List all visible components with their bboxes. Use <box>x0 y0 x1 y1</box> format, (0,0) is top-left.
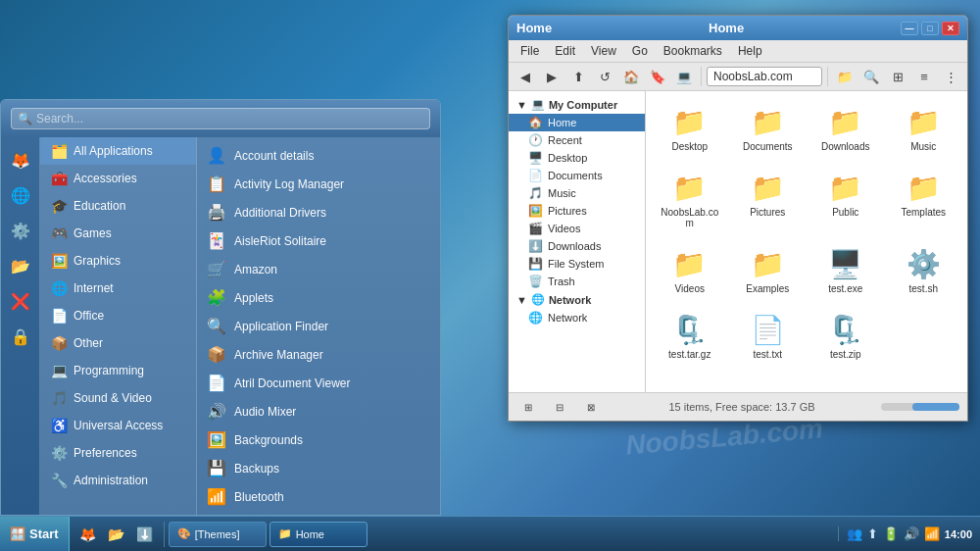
sidebar-icon-close[interactable]: ❌ <box>6 286 35 316</box>
tree-videos[interactable]: 🎬 Videos <box>509 220 645 237</box>
quick-files[interactable]: 📂 <box>104 522 129 547</box>
file-test-zip[interactable]: 🗜️ test.zip <box>811 309 880 365</box>
start-button[interactable]: 🪟 Start <box>0 517 70 551</box>
category-office[interactable]: 📄 Office <box>40 302 196 329</box>
file-test-exe[interactable]: 🖥️ test.exe <box>811 243 880 299</box>
new-folder-button[interactable]: 📁 <box>833 66 857 87</box>
tree-desktop[interactable]: 🖥️ Desktop <box>509 149 645 167</box>
tree-recent[interactable]: 🕐 Recent <box>509 131 645 149</box>
category-games[interactable]: 🎮 Games <box>40 220 196 247</box>
menu-help[interactable]: Help <box>731 42 769 60</box>
minimize-button[interactable]: — <box>901 22 918 35</box>
file-pictures[interactable]: 📁 Pictures <box>734 167 803 233</box>
taskbar-app-home[interactable]: 📁 Home <box>270 522 368 547</box>
tree-mycomputer[interactable]: ▼ 💻 My Computer <box>509 95 645 114</box>
zoom-slider[interactable] <box>881 403 959 411</box>
app-activity-log[interactable]: 📋 Activity Log Manager <box>197 170 440 198</box>
sidebar-icon-settings[interactable]: ⚙️ <box>6 216 35 245</box>
home-button[interactable]: 🏠 <box>619 66 643 87</box>
statusbar-btn2[interactable]: ⊟ <box>548 396 571 418</box>
app-aisleriot[interactable]: 🃏 AisleRiot Solitaire <box>197 226 440 255</box>
file-public[interactable]: 📁 Public <box>811 167 880 233</box>
category-graphics[interactable]: 🖼️ Graphics <box>40 247 196 275</box>
bookmark-button[interactable]: 🔖 <box>646 66 669 87</box>
up-button[interactable]: ⬆ <box>566 66 590 87</box>
category-accessories[interactable]: 🧰 Accessories <box>40 165 196 192</box>
file-test-sh[interactable]: ⚙️ test.sh <box>890 243 958 299</box>
menu-view[interactable]: View <box>584 42 623 60</box>
category-universal-access[interactable]: ♿ Universal Access <box>40 412 196 439</box>
tree-music[interactable]: 🎵 Music <box>509 184 645 202</box>
menu-go[interactable]: Go <box>625 42 655 60</box>
app-finder[interactable]: 🔍 Application Finder <box>197 312 440 340</box>
tree-pictures[interactable]: 🖼️ Pictures <box>509 202 645 220</box>
tray-network-icon[interactable]: 📶 <box>924 526 940 541</box>
taskbar-app-themes[interactable]: 🎨 [Themes] <box>169 522 267 547</box>
tray-speaker-icon[interactable]: 🔊 <box>904 526 919 541</box>
category-internet[interactable]: 🌐 Internet <box>40 275 196 302</box>
tree-home[interactable]: 🏠 Home <box>509 114 645 131</box>
menu-file[interactable]: File <box>514 42 546 60</box>
videos-folder-icon: 📁 <box>672 248 707 280</box>
forward-button[interactable]: ▶ <box>540 66 564 87</box>
tree-network-item[interactable]: 🌐 Network <box>509 309 645 326</box>
app-backgrounds[interactable]: 🖼️ Backgrounds <box>197 426 440 454</box>
category-administration[interactable]: 🔧 Administration <box>40 467 196 494</box>
file-examples[interactable]: 📁 Examples <box>734 243 803 299</box>
file-desktop[interactable]: 📁 Desktop <box>656 101 724 157</box>
app-backups[interactable]: 💾 Backups <box>197 454 440 482</box>
quick-downloads[interactable]: ⬇️ <box>132 522 158 547</box>
app-bluetooth[interactable]: 📶 Bluetooth <box>197 482 440 511</box>
computer-button[interactable]: 💻 <box>672 66 696 87</box>
tree-network[interactable]: ▼ 🌐 Network <box>509 290 645 309</box>
search-toggle-button[interactable]: 🔍 <box>859 66 883 87</box>
file-documents[interactable]: 📁 Documents <box>734 101 803 157</box>
back-button[interactable]: ◀ <box>514 66 537 87</box>
search-box[interactable]: 🔍 <box>11 108 430 129</box>
tray-users-icon[interactable]: 👥 <box>847 526 862 541</box>
file-downloads[interactable]: 📁 Downloads <box>811 101 880 157</box>
category-sound-video[interactable]: 🎵 Sound & Video <box>40 384 196 412</box>
statusbar-btn1[interactable]: ⊞ <box>516 396 540 418</box>
file-videos[interactable]: 📁 Videos <box>656 243 724 299</box>
file-test-tar-gz[interactable]: 🗜️ test.tar.gz <box>656 309 724 365</box>
category-preferences[interactable]: ⚙️ Preferences <box>40 439 196 467</box>
view-compact-button[interactable]: ⋮ <box>939 66 962 87</box>
tree-trash[interactable]: 🗑️ Trash <box>509 273 645 290</box>
app-archive-manager[interactable]: 📦 Archive Manager <box>197 340 440 369</box>
search-input[interactable] <box>36 112 423 125</box>
reload-button[interactable]: ↺ <box>593 66 616 87</box>
app-amazon[interactable]: 🛒 Amazon <box>197 255 440 283</box>
app-atril[interactable]: 📄 Atril Document Viewer <box>197 369 440 397</box>
category-programming[interactable]: 💻 Programming <box>40 357 196 384</box>
tray-battery-icon[interactable]: 🔋 <box>883 526 899 541</box>
file-noobslab[interactable]: 📁 NoobsLab.com <box>656 167 724 233</box>
category-all[interactable]: 🗂️ All Applications <box>40 137 196 165</box>
menu-bookmarks[interactable]: Bookmarks <box>657 42 729 60</box>
sidebar-icon-files[interactable]: 📂 <box>6 251 35 280</box>
app-audio-mixer[interactable]: 🔊 Audio Mixer <box>197 397 440 426</box>
view-list-button[interactable]: ≡ <box>912 66 936 87</box>
tray-upload-icon[interactable]: ⬆ <box>867 526 878 541</box>
sidebar-icon-web[interactable]: 🌐 <box>6 180 35 210</box>
maximize-button[interactable]: □ <box>921 22 939 35</box>
category-other[interactable]: 📦 Other <box>40 329 196 357</box>
statusbar-btn3[interactable]: ⊠ <box>579 396 603 418</box>
close-button[interactable]: ✕ <box>942 22 959 35</box>
file-test-txt[interactable]: 📄 test.txt <box>734 309 803 365</box>
app-additional-drivers[interactable]: 🖨️ Additional Drivers <box>197 198 440 226</box>
view-grid-button[interactable]: ⊞ <box>886 66 909 87</box>
app-applets[interactable]: 🧩 Applets <box>197 283 440 312</box>
sidebar-icon-firefox[interactable]: 🦊 <box>6 145 35 175</box>
menu-edit[interactable]: Edit <box>548 42 582 60</box>
file-music[interactable]: 📁 Music <box>890 101 958 157</box>
file-templates[interactable]: 📁 Templates <box>890 167 958 233</box>
app-account-details[interactable]: 👤 Account details <box>197 141 440 170</box>
tree-downloads[interactable]: ⬇️ Downloads <box>509 237 645 255</box>
category-education[interactable]: 🎓 Education <box>40 192 196 220</box>
quick-firefox[interactable]: 🦊 <box>75 522 101 547</box>
location-bar[interactable]: NoobsLab.com <box>707 67 822 86</box>
tree-filesystem[interactable]: 💾 File System <box>509 255 645 273</box>
tree-documents[interactable]: 📄 Documents <box>509 167 645 184</box>
sidebar-icon-lock[interactable]: 🔒 <box>6 322 35 351</box>
